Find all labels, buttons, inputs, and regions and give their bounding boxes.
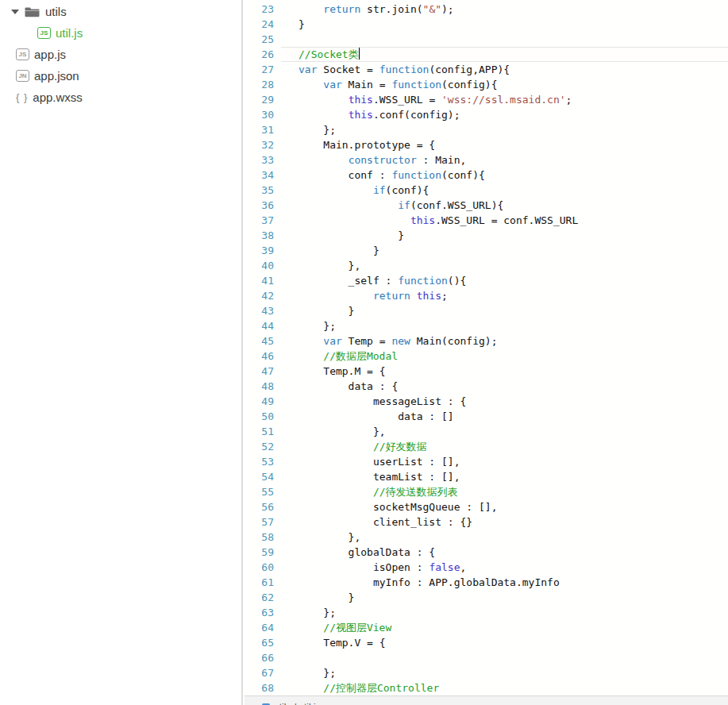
line-number[interactable]: 33: [245, 152, 281, 168]
code-line-27[interactable]: 27var Socket = function(config,APP){: [245, 62, 728, 77]
line-number[interactable]: 29: [245, 92, 281, 107]
code-text[interactable]: if(conf.WSS_URL){: [281, 198, 728, 213]
code-line-32[interactable]: 32 Main.prototype = {: [245, 137, 728, 152]
code-text[interactable]: return str.join("&");: [281, 2, 728, 17]
line-number[interactable]: 63: [245, 605, 281, 620]
code-text[interactable]: Temp.M = {: [281, 364, 728, 379]
code-line-35[interactable]: 35 if(conf){: [245, 183, 728, 198]
code-line-31[interactable]: 31 };: [245, 122, 728, 137]
line-number[interactable]: 37: [245, 213, 281, 228]
code-text[interactable]: //控制器层Controller: [281, 680, 728, 695]
code-text[interactable]: data : {: [281, 379, 728, 394]
code-line-33[interactable]: 33 constructor : Main,: [245, 152, 728, 168]
code-text[interactable]: var Temp = new Main(config);: [281, 333, 728, 349]
code-line-24[interactable]: 24}: [245, 17, 728, 32]
code-text[interactable]: };: [281, 665, 728, 680]
tree-item-app-js[interactable]: JSapp.js: [0, 44, 241, 65]
line-number[interactable]: 43: [245, 303, 281, 318]
code-text[interactable]: [281, 32, 728, 47]
code-line-61[interactable]: 61 myInfo : APP.globalData.myInfo: [245, 575, 728, 590]
line-number[interactable]: 45: [245, 333, 281, 349]
code-text[interactable]: }: [281, 303, 728, 318]
code-text[interactable]: socketMsgQueue : [],: [281, 499, 728, 514]
line-number[interactable]: 42: [245, 288, 281, 303]
line-number[interactable]: 44: [245, 318, 281, 333]
code-text[interactable]: //Socket类: [281, 47, 728, 62]
line-number[interactable]: 25: [245, 32, 281, 47]
line-number[interactable]: 47: [245, 364, 281, 379]
code-line-59[interactable]: 59 globalData : {: [245, 545, 728, 560]
line-number[interactable]: 65: [245, 635, 281, 650]
line-number[interactable]: 58: [245, 530, 281, 545]
code-line-40[interactable]: 40 },: [245, 258, 728, 273]
code-line-38[interactable]: 38 }: [245, 228, 728, 243]
line-number[interactable]: 55: [245, 484, 281, 499]
code-line-37[interactable]: 37 this.WSS_URL = conf.WSS_URL: [245, 213, 728, 228]
line-number[interactable]: 30: [245, 107, 281, 122]
line-number[interactable]: 49: [245, 394, 281, 409]
code-line-68[interactable]: 68 //控制器层Controller: [245, 680, 728, 695]
code-line-57[interactable]: 57 client_list : {}: [245, 514, 728, 530]
line-number[interactable]: 24: [245, 17, 281, 32]
code-text[interactable]: Temp.V = {: [281, 635, 728, 650]
code-line-42[interactable]: 42 return this;: [245, 288, 728, 303]
code-text[interactable]: }: [281, 17, 728, 32]
code-line-53[interactable]: 53 userList : [],: [245, 454, 728, 469]
code-editor[interactable]: 23 return str.join("&");24}2526//Socket类…: [245, 0, 728, 695]
code-line-23[interactable]: 23 return str.join("&");: [245, 2, 728, 17]
code-text[interactable]: //好友数据: [281, 439, 728, 454]
code-text[interactable]: var Socket = function(config,APP){: [281, 62, 728, 77]
code-text[interactable]: }: [281, 228, 728, 243]
code-line-62[interactable]: 62 }: [245, 590, 728, 605]
line-number[interactable]: 62: [245, 590, 281, 605]
code-text[interactable]: },: [281, 424, 728, 439]
code-line-43[interactable]: 43 }: [245, 303, 728, 318]
code-text[interactable]: return this;: [281, 288, 728, 303]
code-text[interactable]: this.WSS_URL = 'wss://ssl.msaid.cn';: [281, 92, 728, 107]
line-number[interactable]: 50: [245, 409, 281, 424]
line-number[interactable]: 48: [245, 379, 281, 394]
code-line-34[interactable]: 34 conf : function(conf){: [245, 168, 728, 183]
line-number[interactable]: 31: [245, 122, 281, 137]
line-number[interactable]: 23: [245, 2, 281, 17]
code-line-36[interactable]: 36 if(conf.WSS_URL){: [245, 198, 728, 213]
code-line-52[interactable]: 52 //好友数据: [245, 439, 728, 454]
code-text[interactable]: client_list : {}: [281, 514, 728, 530]
breadcrumb-bar[interactable]: utils / util.js: [245, 695, 728, 705]
code-text[interactable]: //数据层Modal: [281, 349, 728, 364]
tree-item-util-js[interactable]: JSutil.js: [0, 22, 241, 44]
code-text[interactable]: if(conf){: [281, 183, 728, 198]
code-line-65[interactable]: 65 Temp.V = {: [245, 635, 728, 650]
code-text[interactable]: }: [281, 243, 728, 258]
line-number[interactable]: 51: [245, 424, 281, 439]
line-number[interactable]: 66: [245, 650, 281, 665]
line-number[interactable]: 35: [245, 183, 281, 198]
line-number[interactable]: 28: [245, 77, 281, 92]
code-text[interactable]: this.WSS_URL = conf.WSS_URL: [281, 213, 728, 228]
code-line-56[interactable]: 56 socketMsgQueue : [],: [245, 499, 728, 514]
code-text[interactable]: this.conf(config);: [281, 107, 728, 122]
code-text[interactable]: constructor : Main,: [281, 152, 728, 168]
code-text[interactable]: },: [281, 530, 728, 545]
code-line-29[interactable]: 29 this.WSS_URL = 'wss://ssl.msaid.cn';: [245, 92, 728, 107]
code-text[interactable]: },: [281, 258, 728, 273]
chevron-down-icon[interactable]: [11, 10, 19, 14]
code-line-58[interactable]: 58 },: [245, 530, 728, 545]
code-text[interactable]: myInfo : APP.globalData.myInfo: [281, 575, 728, 590]
line-number[interactable]: 27: [245, 62, 281, 77]
code-line-63[interactable]: 63 };: [245, 605, 728, 620]
code-text[interactable]: userList : [],: [281, 454, 728, 469]
line-number[interactable]: 67: [245, 665, 281, 680]
line-number[interactable]: 39: [245, 243, 281, 258]
code-line-67[interactable]: 67 };: [245, 665, 728, 680]
code-line-39[interactable]: 39 }: [245, 243, 728, 258]
code-line-60[interactable]: 60 isOpen : false,: [245, 560, 728, 575]
code-line-64[interactable]: 64 //视图层View: [245, 620, 728, 635]
code-text[interactable]: [281, 650, 728, 665]
line-number[interactable]: 41: [245, 273, 281, 288]
code-text[interactable]: };: [281, 605, 728, 620]
line-number[interactable]: 34: [245, 168, 281, 183]
code-line-48[interactable]: 48 data : {: [245, 379, 728, 394]
code-line-28[interactable]: 28 var Main = function(config){: [245, 77, 728, 92]
line-number[interactable]: 57: [245, 514, 281, 530]
